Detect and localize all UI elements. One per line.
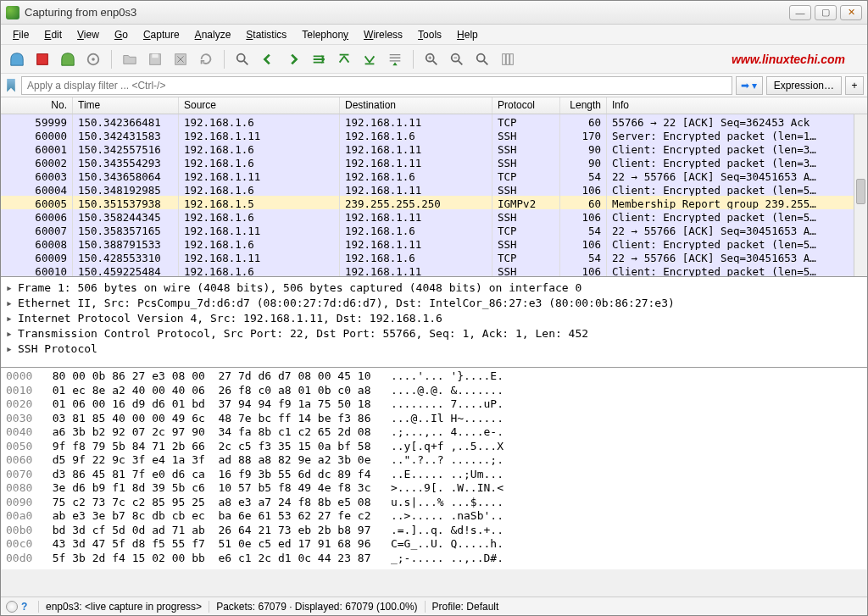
hex-row[interactable]: 0030 03 81 85 40 00 00 49 6c 48 7e bc ff…: [6, 412, 862, 426]
menu-view[interactable]: View: [70, 26, 106, 43]
scrollbar-thumb[interactable]: [856, 179, 865, 204]
go-first-icon[interactable]: [333, 48, 355, 70]
zoom-reset-icon[interactable]: [471, 48, 493, 70]
zoom-in-icon[interactable]: [420, 48, 442, 70]
tree-ssh[interactable]: SSH Protocol: [6, 341, 862, 357]
hex-row[interactable]: 0080 3e d6 b9 f1 8d 39 5b c6 10 57 b5 f8…: [6, 481, 862, 496]
menu-go[interactable]: Go: [108, 26, 135, 43]
hex-row[interactable]: 00a0 ab e3 3e b7 8c db cb ec ba 6e 61 53…: [6, 509, 862, 524]
col-time[interactable]: Time: [73, 97, 179, 114]
expert-info-icon[interactable]: [6, 601, 18, 613]
svg-line-7: [244, 60, 248, 64]
svg-line-15: [459, 60, 463, 64]
svg-rect-19: [503, 53, 506, 64]
start-capture-icon[interactable]: [6, 48, 28, 70]
brand-text: www.linuxtechi.com: [732, 53, 845, 66]
help-icon[interactable]: ?: [21, 601, 33, 613]
go-to-packet-icon[interactable]: [308, 48, 330, 70]
packet-row[interactable]: 60005150.351537938192.168.1.5239.255.255…: [1, 196, 867, 209]
hex-row[interactable]: 0050 9f f8 79 5b 84 71 2b 66 2c c5 f3 35…: [6, 440, 862, 454]
svg-rect-21: [510, 53, 514, 64]
hex-row[interactable]: 00c0 43 3d 47 5f d8 f5 55 f7 51 0e c5 ed…: [6, 537, 862, 552]
tree-ethernet[interactable]: Ethernet II, Src: PcsCompu_7d:d6:d7 (08:…: [6, 296, 862, 311]
apply-filter-icon[interactable]: ➡ ▾: [736, 76, 763, 95]
restart-capture-icon[interactable]: [57, 48, 79, 70]
display-filter-input[interactable]: [21, 76, 732, 95]
reload-icon[interactable]: [195, 48, 217, 70]
packet-row[interactable]: 60000150.342431583192.168.1.11192.168.1.…: [1, 128, 867, 142]
hex-row[interactable]: 0020 01 06 00 16 d9 d6 01 bd 37 94 94 f9…: [6, 397, 862, 412]
hex-row[interactable]: 0070 d3 86 45 81 7f e0 d6 ca 16 f9 3b 55…: [6, 468, 862, 482]
filter-bar: ➡ ▾ Expression… +: [1, 74, 867, 97]
maximize-button[interactable]: ▢: [815, 5, 837, 20]
hex-row[interactable]: 0000 80 00 0b 86 27 e3 08 00 27 7d d6 d7…: [6, 369, 862, 384]
stop-capture-icon[interactable]: [31, 48, 53, 70]
col-source[interactable]: Source: [179, 97, 340, 114]
hex-row[interactable]: 00d0 5f 3b 2d f4 15 02 00 bb e6 c1 2c d1…: [6, 552, 862, 566]
hex-row[interactable]: 0090 75 c2 73 7c c2 85 95 25 a8 e3 a7 24…: [6, 496, 862, 510]
packet-details-pane[interactable]: Frame 1: 506 bytes on wire (4048 bits), …: [1, 277, 867, 368]
tree-tcp[interactable]: Transmission Control Protocol, Src Port:…: [6, 326, 862, 341]
status-profile[interactable]: Profile: Default: [425, 601, 506, 613]
svg-line-11: [433, 60, 437, 64]
go-forward-icon[interactable]: [282, 48, 304, 70]
packet-row[interactable]: 59999150.342366481192.168.1.6192.168.1.1…: [1, 114, 867, 128]
packet-row[interactable]: 60002150.343554293192.168.1.6192.168.1.1…: [1, 155, 867, 169]
toolbar-separator: [111, 50, 112, 69]
find-packet-icon[interactable]: [231, 48, 253, 70]
tree-ip[interactable]: Internet Protocol Version 4, Src: 192.16…: [6, 311, 862, 326]
col-no[interactable]: No.: [1, 97, 73, 114]
menu-statistics[interactable]: Statistics: [239, 26, 293, 43]
hex-dump-pane[interactable]: 0000 80 00 0b 86 27 e3 08 00 27 7d d6 d7…: [1, 368, 867, 569]
menu-telephony[interactable]: Telephony: [295, 26, 355, 43]
packet-row[interactable]: 60001150.342557516192.168.1.6192.168.1.1…: [1, 142, 867, 155]
packet-row[interactable]: 60010150.459225484192.168.1.6192.168.1.1…: [1, 264, 867, 277]
open-file-icon[interactable]: [119, 48, 141, 70]
packet-row[interactable]: 60007150.358357165192.168.1.11192.168.1.…: [1, 223, 867, 236]
add-filter-button[interactable]: +: [845, 76, 864, 95]
menu-wireless[interactable]: Wireless: [357, 26, 409, 43]
go-back-icon[interactable]: [257, 48, 279, 70]
col-destination[interactable]: Destination: [340, 97, 492, 114]
packet-row[interactable]: 60009150.428553310192.168.1.11192.168.1.…: [1, 250, 867, 264]
packet-row[interactable]: 60003150.343658064192.168.1.11192.168.1.…: [1, 169, 867, 182]
packet-rows: 59999150.342366481192.168.1.6192.168.1.1…: [1, 114, 867, 277]
status-capture: enp0s3: <live capture in progress>: [38, 601, 209, 613]
expression-button[interactable]: Expression…: [766, 76, 842, 95]
menubar: File Edit View Go Capture Analyze Statis…: [1, 25, 867, 45]
col-length[interactable]: Length: [560, 97, 607, 114]
tree-frame[interactable]: Frame 1: 506 bytes on wire (4048 bits), …: [6, 280, 862, 296]
menu-file[interactable]: File: [6, 26, 36, 43]
close-file-icon[interactable]: [170, 48, 192, 70]
hex-row[interactable]: 00b0 bd 3d cf 5d 0d ad 71 ab 26 64 21 73…: [6, 524, 862, 538]
minimize-button[interactable]: —: [789, 5, 811, 20]
packet-row[interactable]: 60004150.348192985192.168.1.6192.168.1.1…: [1, 182, 867, 196]
vertical-scrollbar[interactable]: [854, 114, 867, 276]
capture-options-icon[interactable]: [82, 48, 104, 70]
auto-scroll-icon[interactable]: [384, 48, 406, 70]
svg-rect-20: [506, 53, 509, 64]
packet-row[interactable]: 60008150.388791533192.168.1.6192.168.1.1…: [1, 236, 867, 250]
col-protocol[interactable]: Protocol: [492, 97, 560, 114]
menu-capture[interactable]: Capture: [136, 26, 186, 43]
svg-rect-0: [37, 53, 48, 64]
svg-point-6: [237, 53, 245, 61]
packet-list-pane: No. Time Source Destination Protocol Len…: [1, 97, 867, 277]
go-last-icon[interactable]: [359, 48, 381, 70]
save-file-icon[interactable]: [144, 48, 166, 70]
menu-analyze[interactable]: Analyze: [188, 26, 238, 43]
menu-tools[interactable]: Tools: [411, 26, 448, 43]
close-button[interactable]: ✕: [840, 5, 862, 20]
hex-row[interactable]: 0040 a6 3b b2 92 07 2c 97 90 34 fa 8b c1…: [6, 425, 862, 440]
bookmark-icon[interactable]: [4, 79, 18, 92]
hex-row[interactable]: 0060 d5 9f 22 9c 3f e4 1a 3f ad 88 a8 82…: [6, 453, 862, 468]
toolbar-separator: [413, 50, 414, 69]
hex-row[interactable]: 0010 01 ec 8e a2 40 00 40 06 26 f8 c0 a8…: [6, 384, 862, 398]
col-info[interactable]: Info: [607, 97, 867, 114]
packet-list-header[interactable]: No. Time Source Destination Protocol Len…: [1, 97, 867, 114]
menu-edit[interactable]: Edit: [37, 26, 69, 43]
zoom-out-icon[interactable]: [446, 48, 468, 70]
resize-columns-icon[interactable]: [497, 48, 519, 70]
packet-row[interactable]: 60006150.358244345192.168.1.6192.168.1.1…: [1, 209, 867, 223]
menu-help[interactable]: Help: [450, 26, 485, 43]
